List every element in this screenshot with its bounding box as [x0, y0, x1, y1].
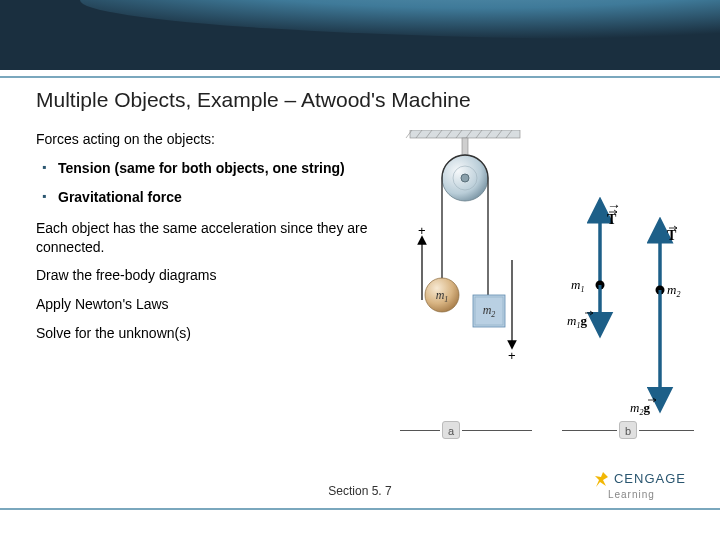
svg-text:m1g: m1g — [567, 313, 587, 330]
footer-accent-line — [0, 508, 720, 510]
brand-sub: Learning — [608, 489, 655, 500]
svg-point-14 — [461, 174, 469, 182]
figure-label-a: a — [442, 421, 460, 439]
atwood-diagram: m1 m2 + + → T — [400, 130, 700, 450]
svg-text:+: + — [508, 348, 516, 363]
body-text: Forces acting on the objects: Tension (s… — [36, 130, 396, 353]
svg-text:m1: m1 — [571, 277, 584, 294]
lead-text: Forces acting on the objects: — [36, 130, 396, 149]
bullet-list: Tension (same for both objects, one stri… — [36, 159, 396, 207]
svg-text:m2: m2 — [667, 282, 680, 299]
figure-divider — [462, 430, 532, 431]
svg-text:T: T — [607, 212, 617, 227]
slide-title: Multiple Objects, Example – Atwood's Mac… — [36, 88, 471, 112]
step-text: Apply Newton's Laws — [36, 295, 396, 314]
svg-text:→: → — [607, 198, 621, 213]
figure-label-b: b — [619, 421, 637, 439]
paragraph: Each object has the same acceleration si… — [36, 219, 396, 257]
step-text: Solve for the unknown(s) — [36, 324, 396, 343]
svg-text:+: + — [418, 223, 426, 238]
figure: m1 m2 + + → T — [400, 130, 700, 450]
brand-logo: CENGAGE Learning — [594, 471, 686, 500]
bullet-item: Tension (same for both objects, one stri… — [36, 159, 396, 178]
figure-divider — [400, 430, 440, 431]
slide: Multiple Objects, Example – Atwood's Mac… — [0, 0, 720, 540]
step-text: Draw the free-body diagrams — [36, 266, 396, 285]
figure-divider — [562, 430, 617, 431]
brand-name: CENGAGE — [614, 471, 686, 486]
svg-text:T: T — [667, 228, 677, 243]
bullet-item: Gravitational force — [36, 188, 396, 207]
header-accent-line — [0, 76, 720, 78]
svg-text:m2g: m2g — [630, 400, 650, 417]
star-icon — [594, 471, 612, 489]
svg-rect-0 — [410, 130, 520, 138]
header — [0, 0, 720, 78]
figure-divider — [639, 430, 694, 431]
